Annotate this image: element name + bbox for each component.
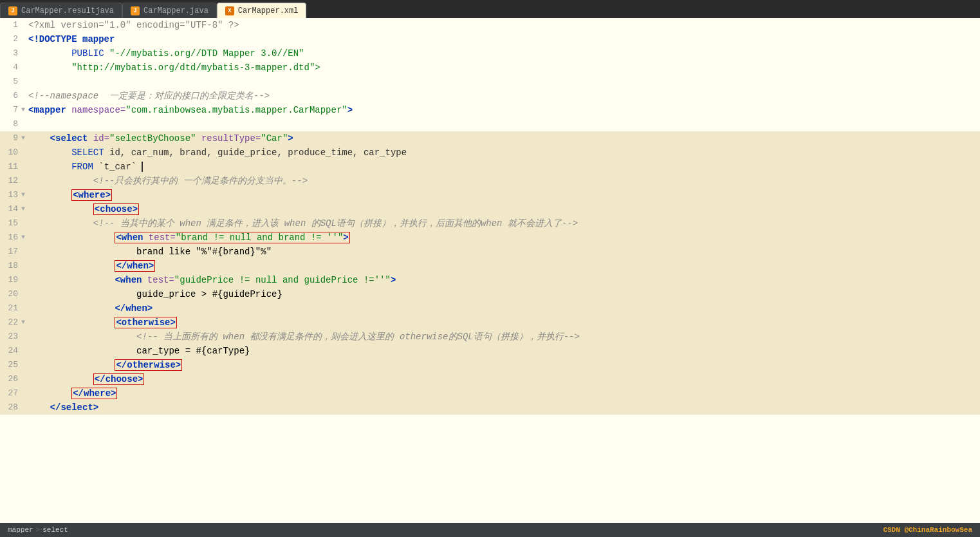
fold-marker xyxy=(18,89,28,103)
line-number: 13 xyxy=(0,188,18,202)
java-icon2: J xyxy=(131,6,140,15)
code-line[interactable]: <where> xyxy=(28,188,980,202)
line-number: 15 xyxy=(0,216,18,231)
code-line[interactable] xyxy=(28,75,980,89)
fold-marker xyxy=(18,46,28,61)
fold-marker[interactable]: ▼ xyxy=(18,316,28,330)
tab-label3: CarMapper.xml xyxy=(238,6,299,15)
line-number: 28 xyxy=(0,400,18,415)
code-line[interactable]: SELECT id, car_num, brand, guide_price, … xyxy=(28,146,980,160)
line-number: 4 xyxy=(0,61,18,75)
fold-marker xyxy=(18,160,28,174)
line-number: 12 xyxy=(0,174,18,188)
code-line[interactable]: <?xml version="1.0" encoding="UTF-8" ?> xyxy=(28,18,980,32)
line-number: 26 xyxy=(0,372,18,386)
code-line[interactable]: <!-- 当上面所有的 when 都没有满足条件的，则会进入这里的 otherw… xyxy=(28,330,980,344)
fold-marker xyxy=(18,344,28,358)
line-number: 22 xyxy=(0,316,18,330)
code-line[interactable]: <select id="selectByChoose" resultType="… xyxy=(28,131,980,146)
line-number: 16 xyxy=(0,231,18,245)
fold-marker xyxy=(18,75,28,89)
line-number: 27 xyxy=(0,386,18,400)
code-line[interactable]: <!-- 当其中的某个 when 满足条件，进入该 when 的SQL语句（拼接… xyxy=(28,216,980,231)
line-number: 8 xyxy=(0,117,18,131)
fold-marker[interactable]: ▼ xyxy=(18,131,28,146)
fold-marker xyxy=(18,32,28,46)
line-number: 23 xyxy=(0,330,18,344)
code-line[interactable]: </choose> xyxy=(28,372,980,386)
xml-icon: X xyxy=(225,6,234,15)
fold-marker xyxy=(18,372,28,386)
line-number: 17 xyxy=(0,245,18,259)
fold-marker xyxy=(18,386,28,400)
line-number: 20 xyxy=(0,287,18,301)
line-number: 6 xyxy=(0,89,18,103)
tab-carmapper-xml[interactable]: X CarMapper.xml xyxy=(217,3,307,18)
code-line[interactable]: guide_price > #{guidePrice} xyxy=(28,287,980,301)
code-line[interactable]: "http://mybatis.org/dtd/mybatis-3-mapper… xyxy=(28,61,980,75)
fold-marker xyxy=(18,61,28,75)
fold-marker xyxy=(18,216,28,231)
line-number: 24 xyxy=(0,344,18,358)
line-number: 18 xyxy=(0,259,18,273)
code-line[interactable]: </where> xyxy=(28,386,980,400)
tabs-bar: J CarMapper.resultjava J CarMapper.java … xyxy=(0,0,980,18)
line-number: 10 xyxy=(0,146,18,160)
tab-carresult[interactable]: J CarMapper.resultjava xyxy=(0,3,122,18)
line-number: 11 xyxy=(0,160,18,174)
fold-marker[interactable]: ▼ xyxy=(18,202,28,216)
code-line[interactable]: <!--只会执行其中的 一个满足条件的分支当中。--> xyxy=(28,174,980,188)
fold-marker xyxy=(18,18,28,32)
line-number: 2 xyxy=(0,32,18,46)
line-number: 25 xyxy=(0,358,18,372)
code-line[interactable]: </otherwise> xyxy=(28,358,980,372)
line-number: 14 xyxy=(0,202,18,216)
code-line[interactable]: car_type = #{carType} xyxy=(28,344,980,358)
code-line[interactable]: <when test="guidePrice != null and guide… xyxy=(28,273,980,287)
code-area: 1<?xml version="1.0" encoding="UTF-8" ?>… xyxy=(0,18,980,523)
code-line[interactable]: PUBLIC "-//mybatis.org//DTD Mapper 3.0//… xyxy=(28,46,980,61)
line-number: 5 xyxy=(0,75,18,89)
tab-label2: CarMapper.java xyxy=(143,6,208,15)
fold-marker xyxy=(18,330,28,344)
watermark: CSDN @ChinaRainbowSea xyxy=(883,526,972,534)
code-line[interactable]: <otherwise> xyxy=(28,316,980,330)
breadcrumb: mapper > select xyxy=(8,526,68,534)
fold-marker xyxy=(18,146,28,160)
fold-marker[interactable]: ▼ xyxy=(18,103,28,117)
fold-marker[interactable]: ▼ xyxy=(18,231,28,245)
code-line[interactable]: </when> xyxy=(28,301,980,316)
editor: J CarMapper.resultjava J CarMapper.java … xyxy=(0,0,980,537)
fold-marker xyxy=(18,245,28,259)
code-line[interactable]: </select> xyxy=(28,400,980,415)
fold-marker xyxy=(18,301,28,316)
java-icon: J xyxy=(8,6,17,15)
code-line[interactable]: <!--namespace 一定要是：对应的接口的全限定类名--> xyxy=(28,89,980,103)
fold-marker xyxy=(18,117,28,131)
status-bar: mapper > select CSDN @ChinaRainbowSea xyxy=(0,523,980,537)
breadcrumb-sep: > xyxy=(36,526,41,534)
code-line[interactable] xyxy=(28,117,980,131)
fold-marker xyxy=(18,273,28,287)
breadcrumb-mapper: mapper xyxy=(8,526,33,534)
line-number: 1 xyxy=(0,18,18,32)
line-number: 9 xyxy=(0,131,18,146)
code-line[interactable]: <choose> xyxy=(28,202,980,216)
breadcrumb-select: select xyxy=(42,526,68,534)
code-line[interactable]: <!DOCTYPE mapper xyxy=(28,32,980,46)
line-number: 3 xyxy=(0,46,18,61)
fold-marker[interactable]: ▼ xyxy=(18,188,28,202)
code-line[interactable]: <mapper namespace="com.rainbowsea.mybati… xyxy=(28,103,980,117)
code-line[interactable]: FROM `t_car` xyxy=(28,160,980,174)
line-number: 21 xyxy=(0,301,18,316)
code-line[interactable]: <when test="brand != null and brand != '… xyxy=(28,231,980,245)
fold-marker xyxy=(18,400,28,415)
fold-marker xyxy=(18,259,28,273)
line-number: 7 xyxy=(0,103,18,117)
code-line[interactable]: </when> xyxy=(28,259,980,273)
code-line[interactable]: brand like "%"#{brand}"%" xyxy=(28,245,980,259)
tab-carmapper-java[interactable]: J CarMapper.java xyxy=(122,3,217,18)
code-table: 1<?xml version="1.0" encoding="UTF-8" ?>… xyxy=(0,18,980,415)
fold-marker xyxy=(18,287,28,301)
line-number: 19 xyxy=(0,273,18,287)
